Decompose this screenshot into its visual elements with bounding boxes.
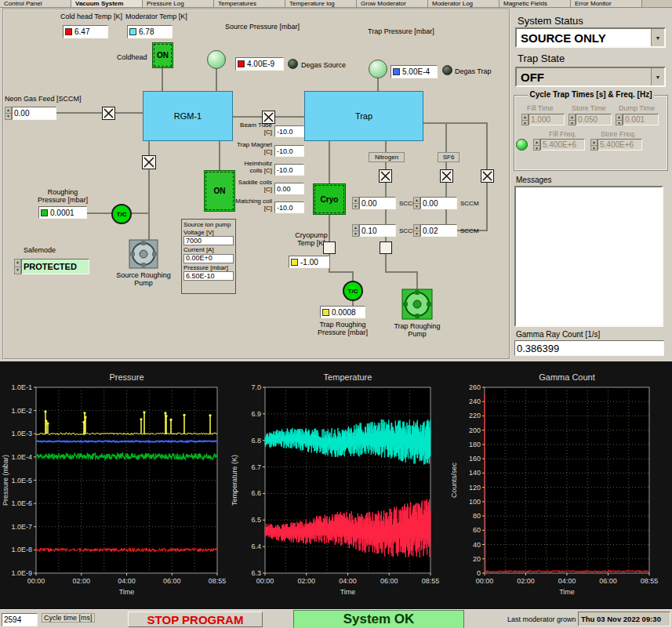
trap-magnet-value: -10.0	[277, 147, 293, 155]
svg-text:00:00: 00:00	[476, 577, 494, 585]
stop-program-button[interactable]: STOP PROGRAM	[128, 612, 263, 627]
svg-text:60: 60	[473, 526, 481, 534]
nitrogen-flow-value-2[interactable]: 0.10	[359, 224, 396, 237]
svg-text:06:00: 06:00	[599, 577, 617, 585]
chevron-down-icon[interactable]: ▼	[651, 29, 664, 46]
safemode-value[interactable]: PROTECTED	[21, 259, 89, 274]
trap-roughing-pressure-label: Trap Roughing Pressure [mbar]	[314, 321, 372, 337]
fill-time-label: Fill Time	[527, 104, 554, 112]
tab-label: Temperatures	[218, 0, 256, 7]
chevron-down-icon[interactable]: ▼	[651, 68, 664, 85]
messages-box	[514, 186, 663, 327]
charts-area: 1.0E-11.0E-21.0E-31.0E-41.0E-51.0E-61.0E…	[0, 361, 672, 609]
nitrogen-flow-stepper-2[interactable]: ▲▼ 0.10	[352, 224, 396, 237]
store-freq-label: Store Freq.	[601, 130, 636, 138]
stepper-arrows-icon[interactable]: ▲▼	[352, 197, 359, 209]
nitrogen-flow-value-1[interactable]: 0.00	[359, 197, 396, 209]
trap-state-dropdown[interactable]: OFF ▼	[515, 67, 666, 87]
trap-pressure-legend-swatch	[393, 68, 400, 75]
degas-source-led[interactable]	[288, 59, 298, 69]
stepper-arrows-icon[interactable]: ▲▼	[616, 114, 623, 125]
fill-time-stepper[interactable]: ▲▼ 1.000	[521, 114, 565, 125]
beam-tube-value: -10.0	[277, 128, 293, 136]
tab-grow-moderator[interactable]: Grow Moderator	[357, 0, 428, 7]
store-freq-stepper[interactable]: ▲▼ 5.400E+6	[590, 139, 642, 151]
svg-text:1.0E-5: 1.0E-5	[11, 477, 32, 485]
store-time-value[interactable]: 0.050	[576, 114, 612, 125]
svg-text:7.0: 7.0	[251, 383, 261, 391]
dump-time-value[interactable]: 0.001	[623, 114, 659, 125]
stepper-arrows-icon[interactable]: ▲▼	[413, 224, 420, 237]
store-time-stepper[interactable]: ▲▼ 0.050	[568, 114, 612, 125]
fill-freq-value[interactable]: 5.400E+6	[540, 139, 585, 151]
matching-coil-label: Matching coil [C]	[231, 198, 272, 212]
trap-pressure-label: Trap Pressure [mbar]	[368, 27, 434, 35]
stepper-arrows-icon[interactable]: ▲▼	[521, 114, 529, 125]
nitrogen-label: Nitrogen	[369, 152, 405, 162]
dump-time-stepper[interactable]: ▲▼ 0.001	[616, 114, 659, 125]
svg-text:Temperature (K): Temperature (K)	[231, 455, 238, 506]
svg-text:00:00: 00:00	[27, 577, 45, 585]
stepper-arrows-icon[interactable]: ▲▼	[590, 139, 598, 151]
moderator-legend-swatch	[129, 28, 136, 35]
tab-temperatures[interactable]: Temperatures	[214, 0, 285, 7]
stepper-arrows-icon[interactable]: ▲▼	[533, 139, 540, 151]
svg-text:Pressure (mbar): Pressure (mbar)	[2, 455, 9, 506]
stepper-arrows-icon[interactable]: ▲▼	[5, 107, 12, 120]
sf6-flow-value-2[interactable]: 0.02	[420, 224, 457, 237]
tab-magnetic-fields[interactable]: Magnetic Fields	[499, 0, 571, 7]
tab-label: Control Panel	[4, 0, 42, 7]
ion-pump-title: Source ion pump	[183, 221, 234, 229]
ion-pump-pressure-value: 6.50E-10	[183, 271, 234, 281]
svg-text:1.0E-1: 1.0E-1	[11, 383, 32, 391]
tab-vacuum-system[interactable]: Vacuum System	[71, 0, 143, 7]
tab-temperature-log[interactable]: Temperature log	[285, 0, 357, 7]
saddle-coils-label: Saddle coils [C]	[231, 179, 272, 193]
svg-text:20: 20	[473, 555, 481, 563]
tab-control-panel[interactable]: Control Panel	[0, 0, 71, 7]
tab-bar: Control Panel Vacuum System Pressure Log…	[0, 0, 672, 8]
stepper-arrows-icon[interactable]: ▲▼	[14, 259, 21, 274]
trap-roughing-pump-icon	[401, 289, 433, 320]
trap-pressure-display: 5.00E-4	[390, 65, 438, 78]
svg-text:200: 200	[469, 427, 481, 434]
store-freq-value[interactable]: 5.400E+6	[598, 139, 642, 151]
cold-head-temp-value: 6.47	[74, 27, 89, 36]
fill-freq-stepper[interactable]: ▲▼ 5.400E+6	[533, 139, 585, 151]
store-time-label: Store Time	[572, 104, 606, 112]
matching-coil-value: -10.0	[277, 204, 293, 212]
nitrogen-flow-stepper-1[interactable]: ▲▼ 0.00	[352, 197, 396, 209]
svg-text:Temperature: Temperature	[324, 372, 372, 382]
coldhead-label: Coldhead	[117, 53, 147, 61]
stepper-arrows-icon[interactable]: ▲▼	[568, 114, 576, 125]
cryo-button[interactable]: Cryo	[313, 183, 346, 215]
neon-feed-stepper[interactable]: ▲▼ 0.00	[5, 107, 56, 120]
source-pressure-legend-swatch	[238, 60, 245, 67]
system-status-dropdown[interactable]: SOURCE ONLY ▼	[515, 27, 666, 48]
tab-moderator-log[interactable]: Moderator Log	[428, 0, 499, 7]
safemode-label: Safemode	[24, 246, 56, 254]
sf6-flow-value-1[interactable]: 0.00	[420, 197, 457, 209]
tab-pressure-log[interactable]: Pressure Log	[143, 0, 214, 7]
degas-trap-led[interactable]	[442, 65, 452, 75]
roughing-pressure-value: 0.0001	[50, 209, 74, 217]
neon-feed-value[interactable]: 0.00	[12, 107, 56, 120]
sf6-flow-stepper-1[interactable]: ▲▼ 0.00	[413, 197, 457, 209]
trap-state-value[interactable]: OFF	[517, 68, 651, 85]
gamma-count-display: 0.386399	[514, 340, 664, 356]
source-pressure-label: Source Pressure [mbar]	[225, 23, 300, 31]
sf6-flow-stepper-2[interactable]: ▲▼ 0.02	[413, 224, 457, 237]
cryopump-temp-display: -1.00	[289, 256, 329, 268]
beam-tube-display: -10.0	[274, 125, 304, 137]
tab-error-monitor[interactable]: Error Monitor	[571, 0, 642, 7]
fill-time-value[interactable]: 1.000	[529, 114, 565, 125]
svg-text:Gamma Count: Gamma Count	[539, 372, 595, 382]
svg-text:6.6: 6.6	[251, 489, 261, 497]
stepper-arrows-icon[interactable]: ▲▼	[413, 197, 420, 209]
stepper-arrows-icon[interactable]: ▲▼	[352, 224, 359, 237]
system-status-value[interactable]: SOURCE ONLY	[517, 29, 651, 46]
safemode-control[interactable]: ▲▼ PROTECTED	[14, 259, 89, 274]
coldhead-on-button[interactable]: ON	[152, 42, 173, 68]
source-roughing-pump-label: Source Roughing Pump	[111, 271, 176, 288]
ion-pump-on-button[interactable]: ON	[204, 170, 235, 212]
